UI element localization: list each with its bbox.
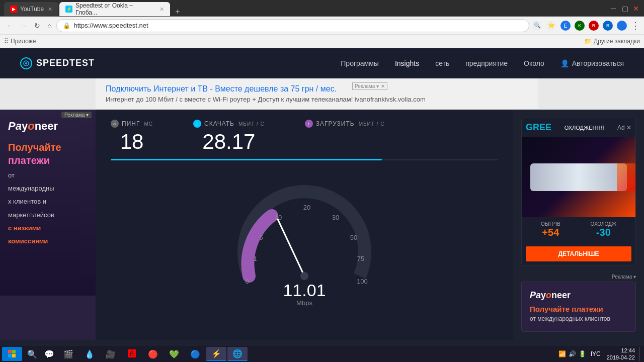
- upload-label: ЗАГРУЗИТЬ: [316, 120, 355, 127]
- extensions-icon[interactable]: E: [560, 21, 571, 31]
- payoneer-right-logo: Payoneer: [530, 290, 627, 301]
- restore-btn[interactable]: ▢: [622, 5, 629, 12]
- payoneer-text3: х клиентов и: [8, 197, 88, 206]
- gauge-label-75: 75: [357, 255, 364, 262]
- taskbar-search-btn[interactable]: 🔍: [24, 347, 40, 361]
- lang-indicator[interactable]: IYC: [591, 350, 601, 357]
- show-desktop-btn[interactable]: [639, 347, 642, 361]
- taskbar-clock[interactable]: 12:44 2019-04-22: [607, 347, 635, 361]
- taskbar-cortana[interactable]: 💬: [42, 347, 56, 361]
- payoneer-logo-left: Payoneer: [8, 120, 88, 133]
- page-content: SPEEDTEST Программы Insights сеть предпр…: [0, 48, 644, 362]
- start-btn[interactable]: [2, 347, 22, 361]
- nav-programs[interactable]: Программы: [341, 59, 379, 67]
- taskbar: 🔍 💬 🎬 💧 🎥 🅰 🔴 💚 🔵 ⚡ 🌐 📶: [0, 346, 644, 362]
- gree-ad-close[interactable]: Ad ✕: [617, 124, 631, 131]
- tray-sound-icon[interactable]: 🔊: [569, 350, 577, 358]
- tab-speedtest-label: Speedtest от Ookla – Глоба...: [75, 2, 155, 16]
- ad-banner-wrapper: Подключить Интернет и ТВ - Вместе дешевл…: [0, 78, 644, 110]
- download-label-row: ↓ СКАЧАТЬ Мбит / с: [193, 120, 265, 128]
- taskbar-app-adobe2[interactable]: 🔴: [143, 347, 163, 361]
- logo-text: SPEEDTEST: [36, 58, 95, 68]
- ad-badge[interactable]: Реклама ▾ ✕: [352, 82, 387, 90]
- forward-btn[interactable]: →: [18, 21, 29, 31]
- addon-icon1[interactable]: R: [589, 21, 599, 31]
- login-btn[interactable]: 👤 Авторизоваться: [560, 59, 624, 67]
- back-btn[interactable]: ←: [4, 21, 15, 31]
- taskbar-app-speedtest[interactable]: ⚡: [206, 347, 226, 361]
- addon-icon2[interactable]: B: [603, 21, 613, 31]
- upload-unit: Мбит / с: [359, 121, 385, 127]
- ad-text-block: Подключить Интернет и ТВ - Вместе дешевл…: [106, 84, 528, 103]
- nav-enterprise[interactable]: предприятие: [465, 59, 508, 67]
- ping-label: ПИНГ: [122, 120, 140, 127]
- gauge-label-30: 30: [332, 214, 339, 221]
- right-ad-label[interactable]: Реклама ▾: [521, 274, 636, 280]
- nav-about[interactable]: Около: [524, 59, 544, 67]
- right-sidebar: GREE ОХЛОДЖЕННЯ Ad ✕ ОБІГРІВ +54 ОХОЛОДЖ: [513, 110, 644, 340]
- ad-title[interactable]: Подключить Интернет и ТВ - Вместе дешевл…: [106, 84, 528, 94]
- new-tab-btn[interactable]: +: [171, 7, 184, 16]
- nav-network[interactable]: сеть: [435, 59, 449, 67]
- taskbar-app-adobe4[interactable]: 🔵: [185, 347, 205, 361]
- url-bar[interactable]: 🔒 https://www.speedtest.net: [56, 19, 529, 32]
- close-btn[interactable]: ✕: [633, 5, 640, 12]
- other-bookmarks[interactable]: 📁 Другие закладки: [584, 38, 640, 45]
- upload-metric: ↑ ЗАГРУЗИТЬ Мбит / с: [305, 120, 385, 128]
- gree-heat-label: ОБІГРІВ: [541, 221, 560, 227]
- gree-tagline: ОХЛОДЖЕННЯ: [565, 125, 605, 131]
- taskbar-app-adobe1[interactable]: 🅰: [122, 347, 142, 361]
- download-value: 28.17: [193, 130, 265, 154]
- gree-detail-btn[interactable]: ДЕТАЛЬНІШЕ: [526, 246, 631, 261]
- gree-ad: GREE ОХЛОДЖЕННЯ Ad ✕ ОБІГРІВ +54 ОХОЛОДЖ: [521, 118, 636, 266]
- payoneer-left-ad-text: Получайте платежи от международны х клие…: [8, 141, 88, 246]
- progress-line: [111, 159, 498, 160]
- home-btn[interactable]: ⌂: [45, 21, 53, 31]
- taskbar-app-premiere[interactable]: 🎬: [58, 347, 78, 361]
- ping-icon: ○: [111, 120, 119, 128]
- payoneer-left-ad: Payoneer Получайте платежи от международ…: [0, 110, 96, 296]
- gree-image: [522, 137, 635, 217]
- menu-btn[interactable]: ⋮: [631, 20, 640, 31]
- tray-battery-icon[interactable]: 🔋: [579, 350, 587, 358]
- user-profile-icon[interactable]: 👤: [617, 21, 627, 31]
- tab-speedtest[interactable]: ⚡ Speedtest от Ookla – Глоба... ✕: [59, 2, 170, 16]
- taskbar-app-dropbox[interactable]: 💧: [79, 347, 100, 361]
- gree-ac-unit: [530, 163, 627, 191]
- lock-icon: 🔒: [63, 22, 70, 29]
- ad-banner: Подключить Интернет и ТВ - Вместе дешевл…: [96, 78, 538, 110]
- svg-rect-2: [8, 350, 12, 353]
- nav-insights[interactable]: Insights: [395, 59, 419, 67]
- taskbar-app-chrome[interactable]: 🌐: [227, 347, 248, 361]
- gauge-center: [300, 272, 308, 280]
- taskbar-time: 12:44: [607, 347, 635, 354]
- gauge-label-0: 0: [245, 278, 249, 285]
- upload-label-row: ↑ ЗАГРУЗИТЬ Мбит / с: [305, 120, 385, 128]
- tab-speedtest-close[interactable]: ✕: [159, 6, 164, 13]
- left-ad-label[interactable]: Реклама ▾: [61, 112, 92, 118]
- tray-network-icon[interactable]: 📶: [558, 350, 567, 358]
- payoneer-right-ad-wrapper: Реклама ▾ Payoneer Получайте платежи от …: [521, 274, 636, 332]
- gauge-label-100: 100: [357, 278, 368, 285]
- payoneer-text4: маркетплейсов: [8, 211, 88, 220]
- gree-heat-value: +54: [541, 227, 560, 238]
- download-icon: ↓: [193, 120, 201, 128]
- taskbar-app-video[interactable]: 🎥: [101, 347, 121, 361]
- apps-icon: ⠿: [4, 38, 9, 45]
- tab-youtube[interactable]: ▶ YouTube ✕: [4, 2, 58, 16]
- search-toolbar-icon[interactable]: 🔍: [532, 21, 542, 31]
- tab-youtube-close[interactable]: ✕: [48, 6, 52, 13]
- bookmark-apps[interactable]: ⠿ Приложе: [4, 38, 36, 45]
- bookmark-apps-label: Приложе: [11, 38, 36, 45]
- payoneer-headline1: Получайте: [8, 141, 88, 154]
- bookmarks-bar: ⠿ Приложе 📁 Другие закладки: [0, 34, 644, 48]
- logo[interactable]: SPEEDTEST: [20, 57, 95, 69]
- kaspersky-icon[interactable]: K: [575, 21, 585, 31]
- refresh-btn[interactable]: ↻: [32, 21, 42, 31]
- star-icon[interactable]: ⭐: [546, 21, 556, 31]
- taskbar-app-adobe3[interactable]: 💚: [164, 347, 184, 361]
- minimize-btn[interactable]: ─: [611, 5, 618, 12]
- nav-links: Программы Insights сеть предприятие Окол…: [341, 59, 624, 67]
- close-ad-icon[interactable]: ✕: [381, 83, 385, 89]
- left-sidebar: Реклама ▾ Payoneer Получайте платежи от …: [0, 110, 96, 340]
